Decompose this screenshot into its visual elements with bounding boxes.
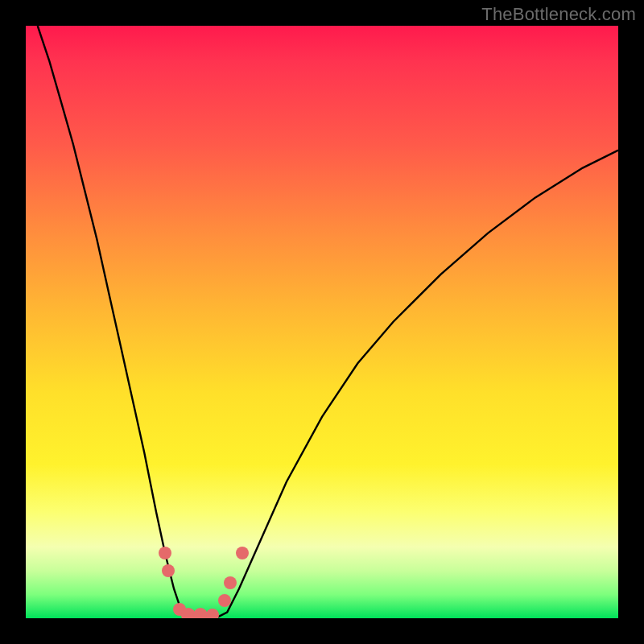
left-curve <box>38 26 192 618</box>
right-curve <box>216 151 619 618</box>
marker-m7 <box>218 594 231 607</box>
marker-m9 <box>236 547 249 559</box>
curve-layer <box>26 26 618 618</box>
watermark-text: TheBottleneck.com <box>481 4 636 25</box>
chart-frame: TheBottleneck.com <box>0 0 644 644</box>
plot-area <box>26 26 618 618</box>
marker-m8 <box>224 576 237 589</box>
marker-m6 <box>206 609 219 618</box>
marker-m1 <box>159 547 171 559</box>
marker-m2 <box>162 564 175 577</box>
